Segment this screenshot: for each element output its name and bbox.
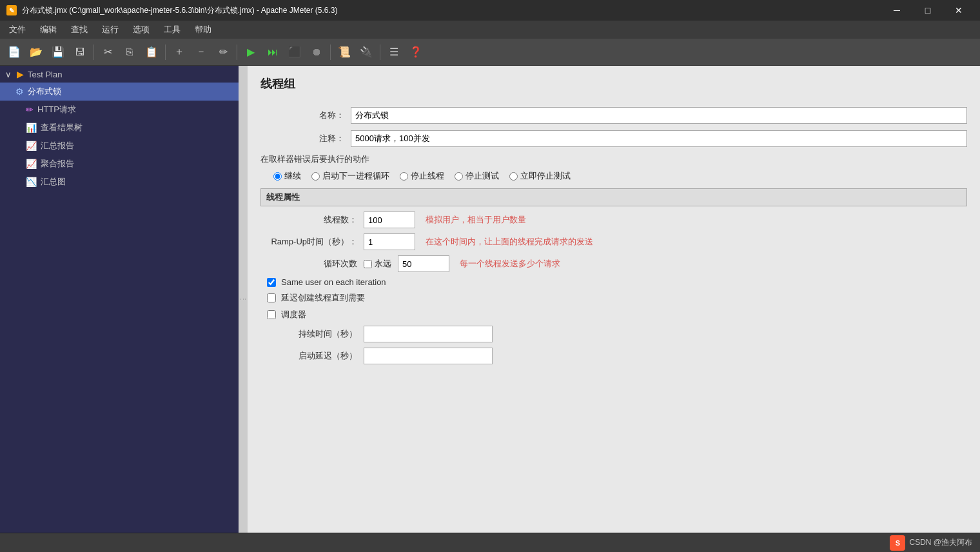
menu-edit[interactable]: 编辑 xyxy=(34,21,63,38)
toolbar: 📄 📂 💾 🖫 ✂ ⎘ 📋 ＋ － ✏ ▶ ⏭ ⬛ ⏺ 📜 🔌 ☰ ❓ xyxy=(0,39,980,66)
csdn-text: CSDN @渔夫阿布 xyxy=(909,537,972,548)
resize-handle[interactable]: ⋮ xyxy=(239,66,248,533)
add-button[interactable]: ＋ xyxy=(169,42,190,63)
radio-continue-input[interactable] xyxy=(273,172,282,181)
chevron-down-icon: ∨ xyxy=(5,70,12,79)
start-delay-row: 启动延迟（秒） xyxy=(260,348,967,364)
thread-count-input[interactable] xyxy=(364,212,415,228)
error-action-section: 在取样器错误后要执行的动作 继续 启动下一进程循环 停止线程 xyxy=(260,153,967,182)
menu-tools[interactable]: 工具 xyxy=(157,21,187,38)
csdn-badge: S CSDN @渔夫阿布 xyxy=(890,535,972,551)
same-user-label: Same user on each iteration xyxy=(281,277,386,287)
shutdown-button[interactable]: ⏺ xyxy=(306,42,327,63)
sidebar-item-view-results[interactable]: 📊 查看结果树 xyxy=(0,119,239,137)
loop-count-row: 循环次数 永远 每一个线程发送多少个请求 xyxy=(260,255,967,272)
new-button[interactable]: 📄 xyxy=(4,42,24,63)
save-button[interactable]: 💾 xyxy=(48,42,68,63)
chart-icon: 📉 xyxy=(26,177,37,187)
sidebar-item-test-plan[interactable]: ∨ ▶ Test Plan xyxy=(0,66,239,83)
delay-create-row: 延迟创建线程直到需要 xyxy=(260,292,967,304)
clear-button[interactable]: ✏ xyxy=(213,42,233,63)
menu-run[interactable]: 运行 xyxy=(95,21,125,38)
menu-file[interactable]: 文件 xyxy=(3,21,32,38)
minimize-button[interactable]: ─ xyxy=(882,0,912,21)
ramp-up-input[interactable] xyxy=(364,233,415,250)
cut-button[interactable]: ✂ xyxy=(97,42,118,63)
same-user-checkbox[interactable] xyxy=(267,278,276,287)
radio-start-next[interactable]: 启动下一进程循环 xyxy=(311,170,389,182)
close-button[interactable]: ✕ xyxy=(944,0,974,21)
radio-stop-now[interactable]: 立即停止测试 xyxy=(509,170,571,182)
toolbar-sep-2 xyxy=(165,44,166,60)
name-row: 名称： xyxy=(260,107,967,124)
paste-button[interactable]: 📋 xyxy=(141,42,162,63)
radio-stop-test-label: 停止测试 xyxy=(466,170,499,182)
radio-stop-thread-input[interactable] xyxy=(400,172,408,181)
comment-input[interactable] xyxy=(351,130,967,147)
toolbar-sep-1 xyxy=(93,44,94,60)
remote-button[interactable]: 🔌 xyxy=(356,42,377,63)
loop-count-label: 循环次数 xyxy=(260,258,364,270)
toolbar-sep-4 xyxy=(330,44,331,60)
ramp-up-row: Ramp-Up时间（秒）： 在这个时间内，让上面的线程完成请求的发送 xyxy=(260,233,967,250)
same-user-row: Same user on each iteration xyxy=(260,277,967,287)
summary-icon: 📈 xyxy=(26,159,37,169)
name-label: 名称： xyxy=(260,110,351,121)
remove-button[interactable]: － xyxy=(191,42,211,63)
stop-button[interactable]: ⬛ xyxy=(284,42,305,63)
radio-continue[interactable]: 继续 xyxy=(273,170,301,182)
sidebar-item-label: 聚合报告 xyxy=(41,158,74,170)
error-action-heading: 在取样器错误后要执行的动作 xyxy=(260,153,967,165)
loop-forever-label[interactable]: 永远 xyxy=(364,258,391,270)
sidebar: ∨ ▶ Test Plan ⚙ 分布式锁 ✏ HTTP请求 📊 查看结果树 📈 … xyxy=(0,66,239,533)
loop-forever-checkbox[interactable] xyxy=(364,260,372,268)
thread-count-label: 线程数： xyxy=(260,214,364,226)
radio-stop-now-label: 立即停止测试 xyxy=(520,170,571,182)
sidebar-item-http-request[interactable]: ✏ HTTP请求 xyxy=(0,101,239,119)
radio-stop-now-input[interactable] xyxy=(509,172,518,181)
app-icon: ✎ xyxy=(6,5,17,15)
start-no-pauses-button[interactable]: ⏭ xyxy=(262,42,283,63)
menu-options[interactable]: 选项 xyxy=(126,21,156,38)
menu-button[interactable]: ☰ xyxy=(384,42,404,63)
duration-input[interactable] xyxy=(364,326,493,342)
sidebar-item-label: Test Plan xyxy=(28,70,62,79)
open-button[interactable]: 📂 xyxy=(26,42,46,63)
run-button[interactable]: ▶ xyxy=(240,42,261,63)
title-bar-left: ✎ 分布式锁.jmx (C:\gmall_work\apache-jmeter-… xyxy=(6,5,337,16)
copy-button[interactable]: ⎘ xyxy=(119,42,140,63)
title-bar-controls: ─ □ ✕ xyxy=(882,0,974,21)
sidebar-item-aggregate-report[interactable]: 📈 汇总报告 xyxy=(0,137,239,155)
aggregate-icon: 📈 xyxy=(26,141,37,151)
comment-row: 注释： xyxy=(260,130,967,147)
main-layout: ∨ ▶ Test Plan ⚙ 分布式锁 ✏ HTTP请求 📊 查看结果树 📈 … xyxy=(0,66,980,533)
title-bar: ✎ 分布式锁.jmx (C:\gmall_work\apache-jmeter-… xyxy=(0,0,980,21)
start-delay-input[interactable] xyxy=(364,348,493,364)
menu-find[interactable]: 查找 xyxy=(64,21,94,38)
radio-start-next-input[interactable] xyxy=(311,172,320,181)
sidebar-item-distributed-lock[interactable]: ⚙ 分布式锁 xyxy=(0,83,239,101)
maximize-button[interactable]: □ xyxy=(913,0,943,21)
loop-forever-text: 永远 xyxy=(375,258,391,270)
panel-title: 线程组 xyxy=(260,76,967,97)
sidebar-item-summary-report[interactable]: 📈 聚合报告 xyxy=(0,155,239,173)
delay-create-checkbox[interactable] xyxy=(267,293,276,302)
content-area: 线程组 名称： 注释： 在取样器错误后要执行的动作 继续 xyxy=(248,66,980,533)
radio-stop-thread[interactable]: 停止线程 xyxy=(400,170,444,182)
delay-create-label: 延迟创建线程直到需要 xyxy=(281,292,365,304)
radio-stop-test[interactable]: 停止测试 xyxy=(455,170,499,182)
radio-stop-test-input[interactable] xyxy=(455,172,463,181)
scheduler-checkbox[interactable] xyxy=(267,310,276,319)
sidebar-item-label: 汇总图 xyxy=(41,176,66,188)
test-plan-icon: ▶ xyxy=(17,69,24,79)
sidebar-item-label: 分布式锁 xyxy=(28,86,61,97)
save-as-button[interactable]: 🖫 xyxy=(70,42,90,63)
menu-help[interactable]: 帮助 xyxy=(188,21,218,38)
name-input[interactable] xyxy=(351,107,967,124)
script-button[interactable]: 📜 xyxy=(334,42,355,63)
loop-count-input[interactable] xyxy=(398,255,449,272)
error-action-radio-group: 继续 启动下一进程循环 停止线程 停止测试 xyxy=(260,170,967,182)
radio-continue-label: 继续 xyxy=(284,170,301,182)
sidebar-item-chart-report[interactable]: 📉 汇总图 xyxy=(0,173,239,191)
help-button[interactable]: ❓ xyxy=(406,42,426,63)
